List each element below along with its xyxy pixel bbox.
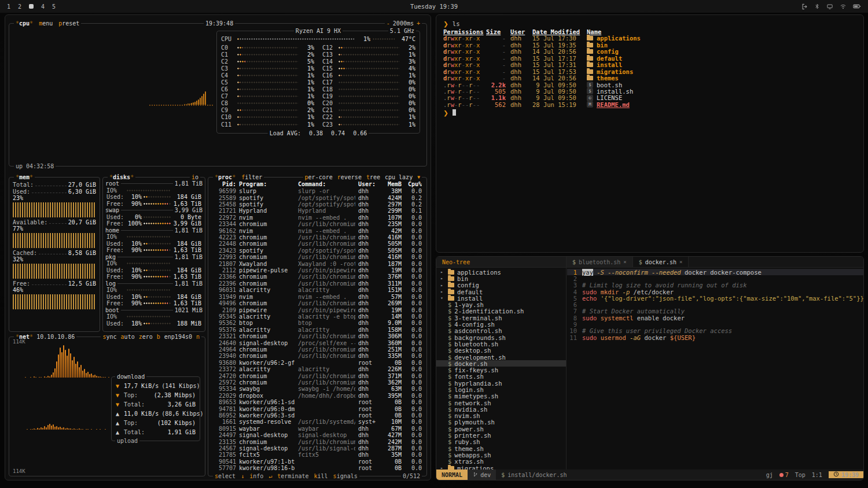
proc-row-23135[interactable]: 23135chromium/usr/lib/chromium/dhh242M0.… — [208, 438, 426, 445]
proc-row-24720[interactable]: 24720chromium/usr/lib/chromium/dhh371M0.… — [208, 372, 426, 379]
proc-row-22029[interactable]: 22029dropbox/home/dhh/.dropboxdhh395M0.0 — [208, 393, 426, 399]
preset-button[interactable]: preset — [58, 20, 79, 27]
proc-tree-toggle[interactable]: tree — [366, 173, 380, 181]
terminal-active-prompt[interactable]: ❯ — [443, 109, 856, 116]
proc-row-24964[interactable]: 24964chromium/usr/lib/chromium/dhh251M0.… — [208, 346, 426, 353]
net-zero-toggle[interactable]: zero — [139, 333, 153, 341]
proc-row-23940[interactable]: 23940chromium/usr/lib/chromium/dhh335M0.… — [208, 353, 426, 359]
proc-row-25458[interactable]: 25458spotify/opt/spotify/spotidhh297M0.2 — [208, 201, 426, 208]
proc-row-86952[interactable]: 86952kworker/u96:3-sdroot0B0.0 — [208, 412, 426, 419]
proc-action-info[interactable]: info — [249, 472, 263, 480]
editor-buffer[interactable]: 1yay -S --noconfirm --needed docker dock… — [567, 268, 863, 469]
buffer-tab-bluetooth.sh[interactable]: $bluetooth.sh× — [567, 257, 633, 267]
buffer-tab-docker.sh[interactable]: $docker.sh× — [633, 257, 689, 267]
proc-row-23344[interactable]: 23344chromium/usr/lib/chromium/dhh235M0.… — [208, 221, 426, 227]
proc-row-25972[interactable]: 25972chromium/usr/lib/chromium/dhh362M0.… — [208, 379, 426, 386]
proc-row-31949[interactable]: 31949nvimnvim --embed .dhh57M0.0 — [208, 294, 426, 300]
proc-row-96162[interactable]: 96162nvimnvim --embed .dhh42M0.0 — [208, 227, 426, 234]
proc-row-23321[interactable]: 23321chromium/usr/lib/chromium/dhh306M0.… — [208, 333, 426, 339]
proc-row-22448[interactable]: 22448chromium/usr/lib/chromium .dhh505M0… — [208, 241, 426, 247]
workspace-4[interactable]: 4 — [41, 3, 45, 10]
editor-line-1[interactable]: 1yay -S --noconfirm --needed docker dock… — [567, 269, 863, 275]
proc-row-96031[interactable]: 96031alacrittyalacrittydhh151M0.0 — [208, 287, 426, 293]
proc-row-95345[interactable]: 95345alacrittyalacritty -e btopdhh14M0.0 — [208, 313, 426, 320]
editor-line-7[interactable]: 7# Start Docker automatically — [567, 308, 863, 315]
net-sync-toggle[interactable]: sync — [102, 333, 116, 341]
proc-row-95376[interactable]: 95376alacrittyalacrittydhh158M0.0 — [208, 327, 426, 333]
tree-item-bin[interactable]: ▸bin — [436, 275, 566, 282]
proc-row-23366[interactable]: 23366chromium/usr/lib/chromium/dhh376M0.… — [208, 273, 426, 280]
proc-row-22972[interactable]: 22972nvimnvim --embed .dhh107M0.0 — [208, 215, 426, 221]
proc-row-80915[interactable]: 80915waybarwaybardhh67M0.0 — [208, 426, 426, 432]
proc-row-21807[interactable]: 21807XwaylandXwayland :0 -rootldhh187M0.… — [208, 260, 426, 267]
proc-sort-icon[interactable]: ▼ — [417, 173, 420, 181]
proc-row-95334[interactable]: 95334swaybgswaybg -i /home/dhdhh63M0.0 — [208, 386, 426, 392]
net-iface-next[interactable]: n — [196, 333, 200, 341]
bluetooth-icon[interactable] — [814, 3, 820, 10]
tree-item-desktop.sh[interactable]: $desktop.sh — [436, 347, 566, 354]
proc-row-89653[interactable]: 89653kworker/u96:1-sdroot0B0.0 — [208, 399, 426, 405]
disks-io-toggle[interactable]: io — [190, 173, 200, 181]
editor-line-5[interactable]: 5echo '{"log-driver":"json-file","log-op… — [567, 295, 863, 301]
proc-row-42223[interactable]: 42223chromium/usr/lib/chromium .dhh416M0… — [208, 234, 426, 241]
tree-item-theme.sh[interactable]: $theme.sh — [436, 445, 566, 452]
proc-row-24640[interactable]: 24640signal-desktop/proc/self/exe --tdhh… — [208, 339, 426, 346]
proc-row-23372[interactable]: 23372alacrittyalacrittydhh226M0.0 — [208, 366, 426, 372]
tree-item-login.sh[interactable]: $login.sh — [436, 386, 566, 393]
proc-action-kill[interactable]: kill — [314, 472, 328, 480]
proc-row-2112[interactable]: 2112pipewire-pulse/usr/bin/pipewire-dhh1… — [208, 267, 426, 273]
tree-item-mimetypes.sh[interactable]: $mimetypes.sh — [436, 393, 566, 400]
workspace-1[interactable]: 1 — [7, 3, 10, 10]
workspace-5[interactable]: 5 — [52, 3, 56, 10]
proc-row-93680[interactable]: 93680kworker/u96:2-gfroot0B0.0 — [208, 360, 426, 366]
tree-item-nvidia.sh[interactable]: $nvidia.sh — [436, 406, 566, 412]
tree-item-2-identification.sh[interactable]: $2-identification.sh — [436, 308, 566, 315]
editor-line-2[interactable]: 2 — [567, 275, 863, 282]
proc-reverse-toggle[interactable]: reverse — [337, 173, 362, 181]
proc-action-terminate[interactable]: terminate — [277, 472, 308, 480]
net-auto-toggle[interactable]: auto — [121, 333, 135, 341]
interval-plus-button[interactable]: + — [417, 20, 420, 27]
tree-item-plymouth.sh[interactable]: $plymouth.sh — [436, 419, 566, 426]
proc-sort-selector[interactable]: cpu lazy — [385, 173, 413, 181]
tree-item-1-yay.sh[interactable]: $1-yay.sh — [436, 301, 566, 308]
tree-item-ruby.sh[interactable]: $ruby.sh — [436, 439, 566, 445]
tree-item-default[interactable]: ▸default — [436, 289, 566, 295]
editor-line-4[interactable]: 4sudo mkdir -p /etc/docker — [567, 289, 863, 295]
tree-item-config[interactable]: ▸config — [436, 282, 566, 289]
editor-line-6[interactable]: 6 — [567, 301, 863, 308]
editor-line-10[interactable]: 10# Give this user privileged Docker acc… — [567, 328, 863, 334]
editor-line-3[interactable]: 3# Limit log size to avoid running out o… — [567, 282, 863, 289]
tree-item-4-config.sh[interactable]: $4-config.sh — [436, 321, 566, 327]
proc-action-select[interactable]: select — [215, 472, 236, 480]
proc-row-24497[interactable]: 24497signal-desktopsignal-desktopdhh427M… — [208, 432, 426, 438]
tree-item-migrations[interactable]: ▸migrations — [436, 465, 566, 469]
logout-icon[interactable] — [801, 3, 808, 10]
proc-row-24567[interactable]: 24567signal-desktop/usr/lib/signal-dedhh… — [208, 445, 426, 452]
proc-row-94781[interactable]: 94781kworker/u96:0-dmroot0B0.0 — [208, 405, 426, 412]
proc-row-25589[interactable]: 25589spotify/opt/spotify/spotidhh424M0.2 — [208, 194, 426, 201]
editor-line-8[interactable]: 8sudo systemctl enable docker — [567, 315, 863, 321]
workspace-2[interactable]: 2 — [18, 3, 21, 10]
tree-item-3-terminal.sh[interactable]: $3-terminal.sh — [436, 315, 566, 321]
proc-row-21785[interactable]: 21785fcitx5fcitx5dhh35M0.0 — [208, 452, 426, 458]
wifi-icon[interactable] — [840, 3, 847, 10]
tree-item-fix-fkeys.sh[interactable]: $fix-fkeys.sh — [436, 367, 566, 373]
proc-row-96599[interactable]: 96599slurpslurp -ordhh38M0.0 — [208, 188, 426, 194]
tree-item-power.sh[interactable]: $power.sh — [436, 426, 566, 432]
tree-item-printer.sh[interactable]: $printer.sh — [436, 432, 566, 438]
editor-line-11[interactable]: 11sudo usermod -aG docker ${USER} — [567, 334, 863, 341]
proc-row-95362[interactable]: 95362btopbtopdhh9.0M0.0 — [208, 320, 426, 326]
tree-item-applications[interactable]: ▸applications — [436, 269, 566, 275]
tree-item-install[interactable]: ▾install — [436, 295, 566, 301]
proc-filter-button[interactable]: filter — [241, 173, 262, 181]
workspace-active[interactable] — [29, 4, 34, 9]
display-icon[interactable] — [826, 3, 833, 10]
tree-item-docker.sh[interactable]: $docker.sh — [436, 360, 566, 367]
proc-row-22993[interactable]: 22993chromium/usr/lib/chromium/dhh416M0.… — [208, 254, 426, 260]
net-iface-prev[interactable]: b — [157, 333, 160, 341]
tab-close-icon[interactable]: × — [623, 259, 626, 265]
proc-per-core-toggle[interactable]: per-core — [305, 173, 333, 181]
menu-button[interactable]: menu — [39, 20, 53, 27]
battery-icon[interactable] — [853, 3, 861, 9]
